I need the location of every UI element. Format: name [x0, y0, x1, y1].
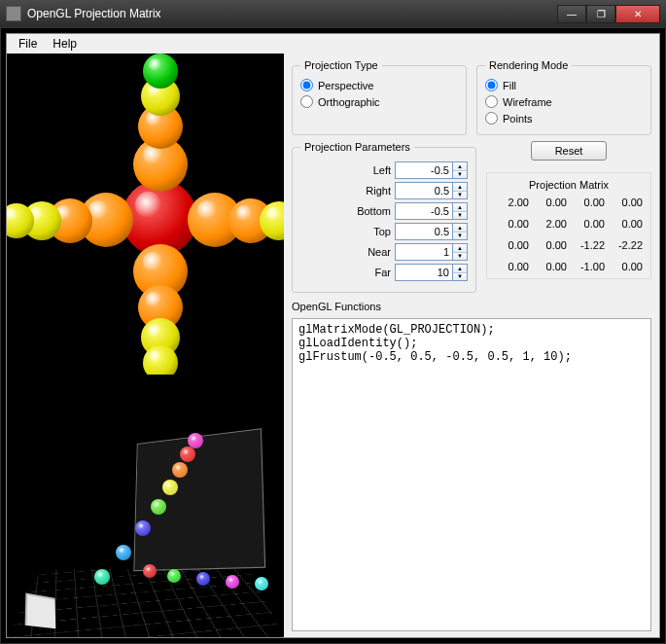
label-left: Left	[342, 164, 391, 176]
matrix-cell: 0.00	[533, 261, 567, 272]
spin-down-icon[interactable]: ▼	[453, 192, 467, 199]
window-title: OpenGL Projection Matrix	[27, 7, 557, 20]
titlebar: OpenGL Projection Matrix — ❐ ✕	[0, 0, 666, 27]
matrix-cell: 0.00	[571, 197, 605, 208]
label-top: Top	[342, 226, 391, 237]
radio-orthographic[interactable]	[300, 95, 313, 108]
reset-button[interactable]: Reset	[531, 141, 607, 161]
projection-parameters-group: Projection Parameters Left▲▼ Right▲▼ Bot…	[292, 141, 476, 293]
spin-up-icon[interactable]: ▲	[453, 162, 467, 171]
viewport-projection[interactable]	[7, 54, 284, 375]
spin-down-icon[interactable]: ▼	[453, 273, 467, 281]
functions-label: OpenGL Functions	[292, 301, 651, 312]
matrix-cell: 2.00	[533, 218, 567, 230]
matrix-cell: 0.00	[609, 218, 643, 230]
app-icon	[6, 6, 21, 21]
label-points: Points	[503, 113, 533, 125]
label-near: Near	[342, 246, 391, 258]
menu-help[interactable]: Help	[45, 35, 85, 53]
spin-up-icon[interactable]: ▲	[453, 265, 467, 273]
spin-down-icon[interactable]: ▼	[453, 171, 467, 179]
corner-cube-icon	[25, 592, 56, 628]
radio-points[interactable]	[485, 112, 498, 125]
projection-type-group: Projection Type Perspective Orthographic	[292, 59, 467, 135]
label-perspective: Perspective	[318, 80, 373, 91]
spin-down-icon[interactable]: ▼	[453, 212, 467, 220]
close-button[interactable]: ✕	[615, 5, 660, 23]
matrix-cell: 0.00	[495, 218, 529, 230]
functions-text[interactable]: glMatrixMode(GL_PROJECTION); glLoadIdent…	[292, 318, 651, 631]
matrix-cell: 0.00	[495, 239, 529, 251]
rendering-mode-legend: Rendering Mode	[485, 59, 572, 71]
menu-file[interactable]: File	[11, 35, 45, 53]
matrix-cell: -1.22	[571, 239, 605, 251]
input-near[interactable]	[395, 243, 453, 261]
spin-down-icon[interactable]: ▼	[453, 253, 467, 261]
matrix-cell: 0.00	[495, 261, 529, 272]
spin-up-icon[interactable]: ▲	[453, 183, 467, 192]
spin-up-icon[interactable]: ▲	[453, 203, 467, 212]
input-bottom[interactable]	[395, 202, 453, 220]
spin-down-icon[interactable]: ▼	[453, 233, 467, 240]
matrix-cell: 0.00	[609, 261, 643, 272]
radio-fill[interactable]	[485, 79, 498, 91]
label-wireframe: Wireframe	[503, 96, 552, 108]
rendering-mode-group: Rendering Mode Fill Wireframe Points	[476, 59, 651, 135]
matrix-cell: 0.00	[533, 239, 567, 251]
matrix-cell: 0.00	[571, 218, 605, 230]
label-bottom: Bottom	[342, 205, 391, 217]
matrix-grid: 2.000.000.000.000.002.000.000.000.000.00…	[489, 197, 648, 272]
label-orthographic: Orthographic	[318, 96, 380, 108]
matrix-cell: -1.00	[571, 261, 605, 272]
input-right[interactable]	[395, 182, 453, 199]
viewport-scene[interactable]	[7, 375, 284, 637]
menu-bar: File Help	[7, 34, 659, 54]
matrix-cell: 0.00	[609, 197, 643, 208]
label-far: Far	[342, 267, 391, 278]
input-top[interactable]	[395, 223, 453, 240]
matrix-title: Projection Matrix	[489, 179, 648, 191]
input-left[interactable]	[395, 161, 453, 179]
matrix-cell: 0.00	[533, 197, 567, 208]
label-fill: Fill	[503, 80, 516, 91]
matrix-cell: 2.00	[495, 197, 529, 208]
radio-perspective[interactable]	[300, 79, 313, 91]
radio-wireframe[interactable]	[485, 95, 498, 108]
projection-matrix-box: Projection Matrix 2.000.000.000.000.002.…	[486, 172, 651, 279]
matrix-cell: -2.22	[609, 239, 643, 251]
spin-up-icon[interactable]: ▲	[453, 224, 467, 233]
maximize-button[interactable]: ❐	[586, 5, 615, 23]
projection-parameters-legend: Projection Parameters	[300, 141, 414, 153]
label-right: Right	[342, 185, 391, 197]
projection-type-legend: Projection Type	[300, 59, 382, 71]
minimize-button[interactable]: —	[557, 5, 586, 23]
spin-up-icon[interactable]: ▲	[453, 244, 467, 253]
input-far[interactable]	[395, 264, 453, 281]
